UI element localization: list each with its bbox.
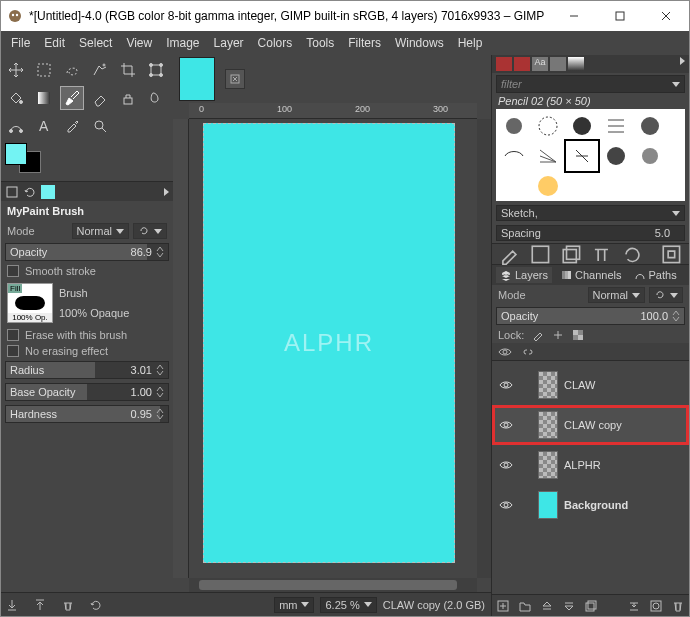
tool-text[interactable]: A xyxy=(33,115,55,137)
tool-options-icon[interactable] xyxy=(5,185,19,199)
layer-row[interactable]: CLAW xyxy=(492,365,689,405)
mask-layer-icon[interactable] xyxy=(649,599,663,613)
menu-filters[interactable]: Filters xyxy=(342,34,387,52)
close-button[interactable] xyxy=(643,1,689,31)
erase-check[interactable]: Erase with this brush xyxy=(1,327,173,343)
lock-position-icon[interactable] xyxy=(552,329,564,341)
delete-preset-icon[interactable] xyxy=(61,598,75,612)
opacity-slider[interactable]: Opacity 86.9 xyxy=(5,243,169,261)
tool-clone[interactable] xyxy=(117,87,139,109)
maximize-button[interactable] xyxy=(597,1,643,31)
brush-grid[interactable] xyxy=(496,109,685,201)
edit-brush-icon[interactable] xyxy=(498,243,521,266)
menu-help[interactable]: Help xyxy=(452,34,489,52)
brush-dock-menu-icon[interactable] xyxy=(680,57,685,65)
baseopacity-slider[interactable]: Base Opacity1.00 xyxy=(5,383,169,401)
menu-file[interactable]: File xyxy=(5,34,36,52)
tool-smudge[interactable] xyxy=(145,87,167,109)
history-tab-icon[interactable] xyxy=(550,57,566,71)
menu-windows[interactable]: Windows xyxy=(389,34,450,52)
layer-thumb[interactable] xyxy=(538,371,558,399)
duplicate-layer-icon[interactable] xyxy=(584,599,598,613)
tool-bucket[interactable] xyxy=(5,87,27,109)
image-tab-thumb[interactable] xyxy=(179,57,215,101)
minimize-button[interactable] xyxy=(551,1,597,31)
refresh-brush-icon[interactable] xyxy=(621,243,644,266)
unit-select[interactable]: mm xyxy=(274,597,314,613)
tool-color-picker[interactable] xyxy=(61,115,83,137)
layer-opacity-slider[interactable]: Opacity100.0 xyxy=(496,307,685,325)
brush-filter-input[interactable]: filter xyxy=(496,75,685,93)
brush-preview[interactable]: Fill 100% Op. xyxy=(7,283,53,323)
menu-tools[interactable]: Tools xyxy=(300,34,340,52)
menu-select[interactable]: Select xyxy=(73,34,118,52)
noerase-check[interactable]: No erasing effect xyxy=(1,343,173,359)
menu-colors[interactable]: Colors xyxy=(252,34,299,52)
eye-icon[interactable] xyxy=(498,457,514,473)
tool-move[interactable] xyxy=(5,59,27,81)
merge-layer-icon[interactable] xyxy=(627,599,641,613)
tool-eraser[interactable] xyxy=(89,87,111,109)
image-tab-close[interactable] xyxy=(225,69,245,89)
tool-free-select[interactable] xyxy=(61,59,83,81)
menu-image[interactable]: Image xyxy=(160,34,205,52)
color-swatch[interactable] xyxy=(5,143,45,173)
eye-icon[interactable] xyxy=(498,377,514,393)
layer-name[interactable]: Background xyxy=(564,499,628,511)
menu-edit[interactable]: Edit xyxy=(38,34,71,52)
restore-preset-icon[interactable] xyxy=(33,598,47,612)
tool-path[interactable] xyxy=(5,115,27,137)
layer-name[interactable]: CLAW copy xyxy=(564,419,622,431)
eye-icon[interactable] xyxy=(498,417,514,433)
menu-layer[interactable]: Layer xyxy=(208,34,250,52)
eye-icon[interactable] xyxy=(498,497,514,513)
smooth-stroke-check[interactable]: Smooth stroke xyxy=(1,263,173,279)
zoom-select[interactable]: 6.25 % xyxy=(320,597,376,613)
tool-mypaint-brush[interactable] xyxy=(61,87,83,109)
new-brush-icon[interactable] xyxy=(529,243,552,266)
eye-header-icon[interactable] xyxy=(498,345,512,359)
mode-select[interactable]: Normal xyxy=(72,223,129,239)
layer-thumb[interactable] xyxy=(538,451,558,479)
ruler-horizontal[interactable]: 0 100 200 300 xyxy=(189,103,477,119)
horizontal-scrollbar[interactable] xyxy=(189,578,477,592)
patterns-tab-icon[interactable] xyxy=(514,57,530,71)
layers-tab[interactable]: Layers xyxy=(496,267,552,283)
tool-crop[interactable] xyxy=(117,59,139,81)
lock-alpha-icon[interactable] xyxy=(572,329,584,341)
layer-mode-reset[interactable] xyxy=(649,287,683,303)
fonts-tab-icon[interactable]: Aa xyxy=(532,57,548,71)
radius-slider[interactable]: Radius3.01 xyxy=(5,361,169,379)
duplicate-brush-icon[interactable] xyxy=(560,243,583,266)
ruler-vertical[interactable] xyxy=(173,119,189,578)
canvas-area[interactable]: 0 100 200 300 ALPHR xyxy=(173,103,491,592)
tool-transform[interactable] xyxy=(145,59,167,81)
delete-brush-icon[interactable] xyxy=(590,243,613,266)
image-thumb-icon[interactable] xyxy=(41,185,55,199)
layer-name[interactable]: CLAW xyxy=(564,379,595,391)
layer-row[interactable]: Background xyxy=(492,485,689,525)
layer-thumb[interactable] xyxy=(538,491,558,519)
menu-view[interactable]: View xyxy=(120,34,158,52)
raise-layer-icon[interactable] xyxy=(540,599,554,613)
brushes-tab-icon[interactable] xyxy=(496,57,512,71)
spacing-slider[interactable]: Spacing5.0 xyxy=(496,225,685,241)
undo-history-icon[interactable] xyxy=(23,185,37,199)
lock-pixels-icon[interactable] xyxy=(532,329,544,341)
layer-thumb[interactable] xyxy=(538,411,558,439)
reset-preset-icon[interactable] xyxy=(89,598,103,612)
layer-row[interactable]: CLAW copy xyxy=(492,405,689,445)
paths-tab[interactable]: Paths xyxy=(630,267,681,283)
lower-layer-icon[interactable] xyxy=(562,599,576,613)
channels-tab[interactable]: Channels xyxy=(556,267,625,283)
fg-color[interactable] xyxy=(5,143,27,165)
open-as-image-icon[interactable] xyxy=(660,243,683,266)
brush-group-select[interactable]: Sketch, xyxy=(496,205,685,221)
tool-rect-select[interactable] xyxy=(33,59,55,81)
layer-name[interactable]: ALPHR xyxy=(564,459,601,471)
new-group-icon[interactable] xyxy=(518,599,532,613)
delete-layer-icon[interactable] xyxy=(671,599,685,613)
vertical-scrollbar[interactable] xyxy=(477,119,491,578)
layer-row[interactable]: ALPHR xyxy=(492,445,689,485)
dock-menu-icon[interactable] xyxy=(164,188,169,196)
